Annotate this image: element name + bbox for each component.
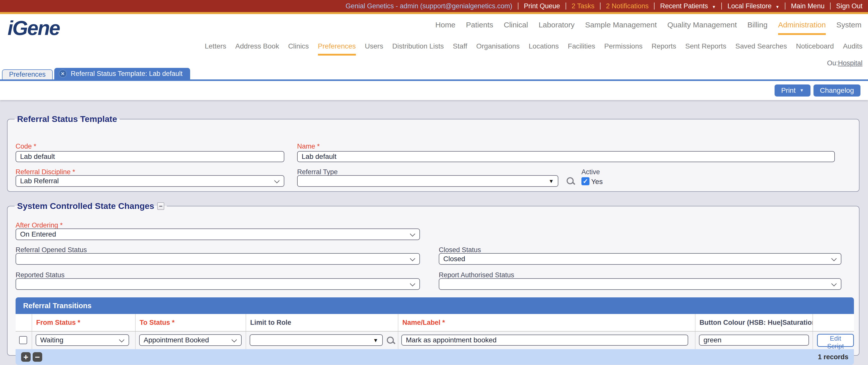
local-filestore-label: Local Filestore <box>727 2 772 10</box>
header: iGene Home Patients Clinical Laboratory … <box>0 14 868 100</box>
closed-status-select[interactable]: Closed <box>439 253 841 265</box>
button-colour-cell <box>695 332 813 349</box>
collapse-icon[interactable]: − <box>157 202 164 210</box>
name-label-field[interactable] <box>401 335 688 346</box>
limit-to-role-combo[interactable]: ▼ <box>250 334 383 346</box>
tab-referral-status-template[interactable]: × Referral Status Template: Lab default <box>54 68 190 79</box>
tasks-link[interactable]: 2 Tasks <box>571 2 594 10</box>
button-colour-field[interactable] <box>699 335 809 346</box>
transitions-footer: + − 1 records <box>16 349 854 365</box>
nav-quality-management[interactable]: Quality Management <box>667 21 737 35</box>
subnav-audits[interactable]: Audits <box>843 42 863 56</box>
add-row-button[interactable]: + <box>21 352 31 362</box>
subnav-permissions[interactable]: Permissions <box>604 42 643 56</box>
name-field[interactable] <box>297 151 835 162</box>
referral-type-combo[interactable]: ▼ <box>297 175 558 187</box>
divider <box>654 2 654 9</box>
divider <box>721 2 722 9</box>
subnav-clinics[interactable]: Clinics <box>288 42 309 56</box>
edit-script-button[interactable]: Edit Script <box>817 334 854 347</box>
nav-laboratory[interactable]: Laboratory <box>538 21 575 35</box>
subnav-address-book[interactable]: Address Book <box>235 42 279 56</box>
chevron-down-icon <box>119 337 124 342</box>
plus-icon: + <box>23 353 28 361</box>
subnav-distribution-lists[interactable]: Distribution Lists <box>392 42 444 56</box>
from-status-select[interactable]: Waiting <box>36 334 129 346</box>
remove-row-button[interactable]: − <box>33 352 42 362</box>
sign-out-link[interactable]: Sign Out <box>836 2 863 10</box>
search-icon[interactable] <box>386 336 396 346</box>
from-status-column: From Status * <box>32 314 135 331</box>
referral-transitions-header: Referral Transitions <box>16 298 854 314</box>
print-queue-link[interactable]: Print Queue <box>524 2 560 10</box>
nav-home[interactable]: Home <box>435 21 455 35</box>
actions-cell: Edit Script <box>813 332 854 349</box>
tab-label: Referral Status Template: Lab default <box>71 70 183 78</box>
row-checkbox[interactable] <box>19 336 27 344</box>
referral-opened-status-select[interactable] <box>16 253 420 265</box>
referral-transitions-panel: Referral Transitions From Status * To St… <box>16 298 854 365</box>
section-title: Referral Status Template <box>14 114 120 124</box>
close-icon[interactable]: × <box>59 69 67 78</box>
active-checkbox[interactable]: ✓ <box>582 177 589 185</box>
chevron-down-icon <box>274 178 280 183</box>
nav-administration[interactable]: Administration <box>778 21 826 35</box>
subnav-sent-reports[interactable]: Sent Reports <box>685 42 726 56</box>
subnav-reports[interactable]: Reports <box>651 42 676 56</box>
subnav-organisations[interactable]: Organisations <box>476 42 520 56</box>
dropdown-arrow-icon: ▼ <box>549 178 554 184</box>
nav-billing[interactable]: Billing <box>747 21 768 35</box>
actions-column <box>813 314 854 331</box>
closed-status-label: Closed Status <box>439 246 481 254</box>
nav-sample-management[interactable]: Sample Management <box>585 21 657 35</box>
referral-opened-status-label: Referral Opened Status <box>16 246 87 254</box>
code-field[interactable] <box>16 151 284 162</box>
search-icon[interactable] <box>566 176 576 186</box>
subnav-locations[interactable]: Locations <box>529 42 559 56</box>
gold-accent-stripe <box>0 12 868 14</box>
main-menu-link[interactable]: Main Menu <box>791 2 825 10</box>
section-title-text: Referral Status Template <box>17 114 117 124</box>
subnav-saved-searches[interactable]: Saved Searches <box>735 42 787 56</box>
recent-patients-menu[interactable]: Recent Patients ▼ <box>660 2 716 10</box>
local-filestore-menu[interactable]: Local Filestore ▼ <box>727 2 779 10</box>
active-label: Active <box>582 168 600 176</box>
print-button[interactable]: Print ▼ <box>775 84 810 96</box>
top-utility-bar: Genial Genetics - admin (support@genialg… <box>0 0 868 12</box>
to-status-cell: Appointment Booked <box>135 332 246 349</box>
subnav-staff[interactable]: Staff <box>453 42 467 56</box>
code-label: Code * <box>16 143 36 150</box>
nav-system[interactable]: System <box>836 21 862 35</box>
chevron-down-icon <box>410 231 415 236</box>
nav-clinical[interactable]: Clinical <box>504 21 528 35</box>
limit-to-role-cell: ▼ <box>246 332 398 349</box>
changelog-label: Changelog <box>820 86 854 94</box>
name-label: Name * <box>297 143 320 150</box>
tab-preferences[interactable]: Preferences <box>2 69 53 79</box>
changelog-button[interactable]: Changelog <box>813 84 861 96</box>
subnav-users[interactable]: Users <box>365 42 383 56</box>
report-authorised-status-select[interactable] <box>439 278 841 290</box>
reported-status-label: Reported Status <box>16 271 65 279</box>
subnav-preferences[interactable]: Preferences <box>318 42 356 56</box>
section-title-text: System Controlled State Changes <box>17 201 154 211</box>
chevron-down-icon <box>831 256 837 261</box>
after-ordering-label: After Ordering * <box>16 222 63 229</box>
to-status-value: Appointment Booked <box>144 336 209 344</box>
after-ordering-select[interactable]: On Entered <box>16 228 420 240</box>
divider <box>518 2 518 9</box>
to-status-select[interactable]: Appointment Booked <box>139 334 242 346</box>
transitions-column-headers: From Status * To Status * Limit to Role … <box>16 314 854 332</box>
ou-label: Ou: <box>827 59 838 67</box>
subnav-facilities[interactable]: Facilities <box>568 42 595 56</box>
subnav-letters[interactable]: Letters <box>205 42 226 56</box>
divider <box>566 2 566 9</box>
referral-status-template-section: Referral Status Template Code * Name * R… <box>7 114 860 192</box>
reported-status-select[interactable] <box>16 278 420 290</box>
referral-discipline-select[interactable]: Lab Referral <box>16 175 284 187</box>
nav-patients[interactable]: Patients <box>466 21 493 35</box>
ou-hospital-link[interactable]: Hospital <box>838 59 863 67</box>
subnav-noticeboard[interactable]: Noticeboard <box>796 42 834 56</box>
notifications-link[interactable]: 2 Notifications <box>606 2 649 10</box>
minus-icon: − <box>35 353 40 361</box>
